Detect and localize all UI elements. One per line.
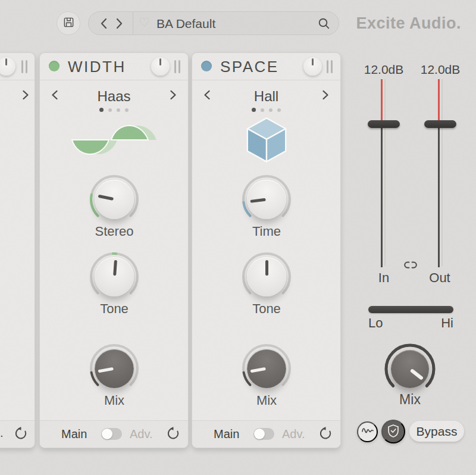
- adv-mode-label[interactable]: Adv.: [282, 427, 305, 441]
- knob-label: Mix: [79, 393, 150, 408]
- preset-next-button[interactable]: [116, 18, 124, 29]
- main-mode-label[interactable]: Main: [61, 427, 87, 441]
- waveform-icon: [361, 426, 374, 438]
- tone-range-slider[interactable]: [368, 306, 453, 313]
- save-preset-button[interactable]: [57, 11, 80, 35]
- knob-label: Stereo: [79, 224, 150, 239]
- shield-check-icon: [387, 424, 400, 440]
- module-header: WIDTH: [40, 53, 188, 80]
- reset-icon[interactable]: [318, 426, 333, 441]
- preset-page-dots[interactable]: [192, 108, 340, 112]
- module-footer: Main Adv.: [192, 420, 340, 448]
- main-adv-toggle[interactable]: [101, 428, 122, 440]
- favorite-heart-icon[interactable]: ♡: [139, 15, 150, 30]
- main-mode-label[interactable]: Main: [214, 427, 239, 441]
- limiter-button[interactable]: [381, 420, 405, 443]
- panel-width-module: WIDTH Haas: [39, 52, 189, 448]
- panel-space-module: SPACE Hall T: [192, 52, 341, 448]
- knob-mix[interactable]: Mix: [79, 336, 150, 410]
- module-title: WIDTH: [68, 58, 126, 76]
- out-fader-label: Out: [416, 270, 464, 286]
- panel-partial-module: .: [0, 52, 35, 448]
- module-header: SPACE: [192, 53, 340, 80]
- knob-tone[interactable]: Tone: [79, 244, 150, 318]
- out-fader-meter: [438, 79, 440, 123]
- preset-bar-divider: [133, 12, 133, 35]
- reset-icon[interactable]: [14, 426, 29, 441]
- preset-page-dots[interactable]: [40, 108, 188, 112]
- in-fader-meter: [381, 79, 383, 123]
- module-header: [0, 53, 35, 80]
- main-adv-toggle[interactable]: [253, 428, 274, 440]
- cube-icon: [192, 115, 340, 165]
- preset-name[interactable]: BA Default: [156, 17, 215, 31]
- module-footer: .: [0, 420, 35, 448]
- knob-label: Tone: [231, 301, 302, 317]
- floppy-disk-icon: [63, 17, 74, 30]
- module-preset-name[interactable]: Hall: [192, 88, 340, 105]
- module-power-knob-icon[interactable]: [151, 57, 170, 76]
- knob-stereo[interactable]: Stereo: [79, 167, 150, 241]
- module-preset-next-button[interactable]: [22, 90, 29, 100]
- in-fader-track: [384, 79, 386, 266]
- knob-tone[interactable]: Tone: [231, 244, 302, 318]
- knob-label: Mix: [231, 393, 302, 408]
- module-enable-dot[interactable]: [201, 61, 212, 71]
- bypass-button[interactable]: Bypass: [409, 421, 464, 442]
- module-drag-handle-icon[interactable]: [174, 60, 180, 73]
- knob-label: Time: [231, 224, 302, 239]
- module-power-knob-icon[interactable]: [0, 57, 15, 76]
- module-power-knob-icon[interactable]: [303, 57, 322, 76]
- waveform-view-button[interactable]: [357, 421, 378, 442]
- module-footer: Main Adv.: [40, 420, 188, 448]
- preset-prev-button[interactable]: [100, 18, 108, 29]
- in-fader-handle[interactable]: [368, 120, 400, 128]
- in-gain-value: 12.0dB: [351, 62, 416, 77]
- knob-time[interactable]: Time: [231, 167, 302, 241]
- knob-label: Mix: [368, 392, 452, 408]
- knob-label: Tone: [79, 301, 150, 317]
- in-fader-label: In: [360, 270, 408, 286]
- sine-wave-icon: [40, 115, 188, 165]
- footer-text-fragment: .: [0, 426, 4, 440]
- brand-logo: Excite Audio.: [306, 14, 461, 33]
- module-title: SPACE: [220, 58, 279, 76]
- master-mix-knob[interactable]: Mix: [368, 327, 452, 414]
- out-gain-value: 12.0dB: [408, 62, 473, 77]
- in-fader-line: [381, 124, 383, 267]
- plugin-window: ♡ BA Default Excite Audio. .: [0, 0, 476, 475]
- preset-bar: ♡ BA Default: [88, 11, 339, 35]
- module-enable-dot[interactable]: [49, 61, 60, 71]
- adv-mode-label[interactable]: Adv.: [130, 427, 153, 441]
- out-fader-handle[interactable]: [424, 120, 456, 128]
- knob-mix[interactable]: Mix: [231, 336, 302, 410]
- module-drag-handle-icon[interactable]: [327, 60, 333, 73]
- reset-icon[interactable]: [166, 426, 181, 441]
- out-fader-line: [438, 124, 440, 267]
- module-preset-name[interactable]: Haas: [40, 88, 188, 105]
- out-fader-track: [441, 79, 443, 266]
- module-drag-handle-icon[interactable]: [21, 60, 27, 73]
